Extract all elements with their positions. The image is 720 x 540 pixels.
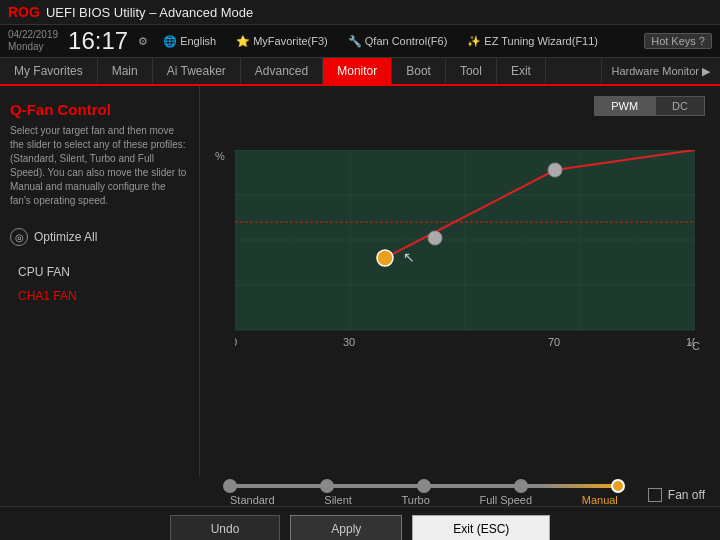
nav-my-favorites[interactable]: My Favorites — [0, 58, 98, 84]
manual-dot[interactable] — [611, 479, 625, 493]
optimize-icon: ◎ — [10, 228, 28, 246]
hot-keys-btn[interactable]: Hot Keys ? — [644, 33, 712, 49]
standard-dot[interactable] — [223, 479, 237, 493]
svg-point-17 — [428, 231, 442, 245]
nav-exit[interactable]: Exit — [497, 58, 546, 84]
y-axis-label: % — [215, 150, 225, 162]
svg-text:70: 70 — [548, 336, 560, 348]
title-bar: ROG UEFI BIOS Utility – Advanced Mode — [0, 0, 720, 25]
nav-tool[interactable]: Tool — [446, 58, 497, 84]
bottom-buttons: Undo Apply Exit (ESC) — [0, 506, 720, 540]
top-bar: 04/22/2019Monday 16:17 ⚙ 🌐 English ⭐ MyF… — [0, 25, 720, 58]
page-title: Q-Fan Control — [10, 101, 189, 118]
undo-button[interactable]: Undo — [170, 515, 281, 540]
nav-monitor[interactable]: Monitor — [323, 58, 392, 84]
settings-icon[interactable]: ⚙ — [138, 35, 148, 48]
pwm-btn[interactable]: PWM — [594, 96, 655, 116]
turbo-label: Turbo — [402, 494, 430, 506]
manual-label: Manual — [582, 494, 618, 506]
ez-tuning-btn[interactable]: ✨ EZ Tuning Wizard(F11) — [462, 33, 603, 50]
silent-label: Silent — [324, 494, 352, 506]
dc-btn[interactable]: DC — [655, 96, 705, 116]
chart-svg[interactable]: ↖ 100 50 0 0 30 70 100 — [235, 150, 705, 350]
optimize-all-btn[interactable]: ◎ Optimize All — [10, 228, 189, 246]
fan-off-label: Fan off — [668, 488, 705, 502]
nav-ai-tweaker[interactable]: Ai Tweaker — [153, 58, 241, 84]
silent-dot[interactable] — [320, 479, 334, 493]
hardware-monitor-link[interactable]: Hardware Monitor ▶ — [601, 59, 720, 84]
qfan-btn[interactable]: 🔧 Qfan Control(F6) — [343, 33, 453, 50]
nav-main[interactable]: Main — [98, 58, 153, 84]
title-text: UEFI BIOS Utility – Advanced Mode — [46, 5, 253, 20]
clock-display: 16:17 — [68, 27, 128, 55]
x-axis-label: °C — [688, 340, 700, 352]
wand-icon: ✨ — [467, 35, 481, 48]
apply-button[interactable]: Apply — [290, 515, 402, 540]
turbo-dot[interactable] — [417, 479, 431, 493]
sidebar: Q-Fan Control Select your target fan and… — [0, 86, 200, 476]
nav-advanced[interactable]: Advanced — [241, 58, 323, 84]
star-icon: ⭐ — [236, 35, 250, 48]
my-favorite-btn[interactable]: ⭐ MyFavorite(F3) — [231, 33, 333, 50]
globe-icon: 🌐 — [163, 35, 177, 48]
standard-label: Standard — [230, 494, 275, 506]
nav-bar: My Favorites Main Ai Tweaker Advanced Mo… — [0, 58, 720, 86]
svg-text:30: 30 — [343, 336, 355, 348]
pwm-dc-toggle: PWM DC — [594, 96, 705, 116]
cpu-fan-item[interactable]: CPU FAN — [10, 260, 189, 284]
nav-boot[interactable]: Boot — [392, 58, 446, 84]
datetime: 04/22/2019Monday — [8, 29, 58, 53]
fan-icon: 🔧 — [348, 35, 362, 48]
slider-section: Standard Silent Turbo Full Speed Manual … — [0, 476, 720, 506]
fan-off-checkbox[interactable] — [648, 488, 662, 502]
language-btn[interactable]: 🌐 English — [158, 33, 221, 50]
svg-text:0: 0 — [235, 336, 237, 348]
chart-container: % — [215, 150, 705, 350]
cha1-fan-item[interactable]: CHA1 FAN — [10, 284, 189, 308]
chart-area: PWM DC % — [200, 86, 720, 476]
full-speed-dot[interactable] — [514, 479, 528, 493]
slider-track-area[interactable]: Standard Silent Turbo Full Speed Manual — [220, 484, 628, 506]
svg-point-16 — [377, 250, 393, 266]
full-speed-label: Full Speed — [479, 494, 532, 506]
svg-text:↖: ↖ — [403, 249, 415, 265]
main-content: Q-Fan Control Select your target fan and… — [0, 86, 720, 476]
fan-off-section: Fan off — [648, 488, 705, 502]
svg-point-18 — [548, 163, 562, 177]
rog-logo: ROG — [8, 4, 40, 20]
exit-button[interactable]: Exit (ESC) — [412, 515, 550, 540]
page-description: Select your target fan and then move the… — [10, 124, 189, 208]
